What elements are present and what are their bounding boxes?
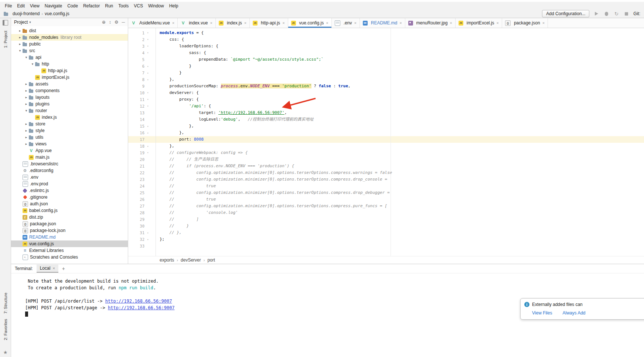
editor-tab-http-api.js[interactable]: http-api.js× bbox=[250, 18, 288, 28]
tree-item-package.json[interactable]: package.json bbox=[11, 220, 128, 227]
close-icon[interactable]: × bbox=[172, 21, 174, 25]
line-number[interactable]: 10 bbox=[128, 91, 144, 95]
new-terminal-icon[interactable]: + bbox=[62, 266, 65, 272]
menu-item-help[interactable]: Help bbox=[167, 3, 181, 9]
code-breadcrumb-port[interactable]: port bbox=[207, 257, 215, 263]
close-icon[interactable]: × bbox=[450, 21, 452, 25]
chevron-right-icon[interactable]: ▸ bbox=[24, 95, 29, 99]
line-number[interactable]: 14 bbox=[128, 117, 144, 122]
fold-open-icon[interactable]: ▾ bbox=[144, 45, 151, 48]
tree-item-http-api.js[interactable]: http-api.js bbox=[11, 67, 128, 74]
menu-item-navigate[interactable]: Navigate bbox=[42, 3, 65, 9]
fold-close-icon[interactable]: ▴ bbox=[144, 65, 151, 68]
tree-item-layouts[interactable]: ▸layouts bbox=[11, 94, 128, 101]
code-breadcrumb-exports[interactable]: exports bbox=[160, 257, 174, 263]
menu-item-run[interactable]: Run bbox=[102, 3, 116, 9]
line-number[interactable]: 30 bbox=[128, 224, 144, 228]
tree-item-.eslintrc.js[interactable]: .eslintrc.js bbox=[11, 187, 128, 194]
tree-item-.env.prod[interactable]: .env.prod bbox=[11, 181, 128, 187]
close-icon[interactable]: × bbox=[244, 21, 246, 25]
fold-open-icon[interactable]: ▾ bbox=[144, 31, 151, 34]
code-editor[interactable]: 1▾2▾3▾4▾56▴7▴8▴910▾11▾12▾131415▴16▴1718▴… bbox=[128, 28, 644, 256]
fold-close-icon[interactable]: ▴ bbox=[144, 71, 151, 74]
tree-item-src[interactable]: ▾src bbox=[11, 47, 128, 54]
expand-collapse-icon[interactable]: ↕ bbox=[109, 20, 111, 25]
line-number[interactable]: 6 bbox=[128, 64, 144, 68]
line-number[interactable]: 24 bbox=[128, 184, 144, 188]
favorites-star-icon[interactable]: ★ bbox=[3, 350, 8, 355]
tree-item-public[interactable]: ▸public bbox=[11, 41, 128, 47]
editor-tab-readme.md[interactable]: README.md× bbox=[360, 18, 405, 28]
line-number[interactable]: 28 bbox=[128, 211, 144, 215]
breadcrumb-item-duoji-frontend[interactable]: duoji-frontend bbox=[13, 11, 40, 16]
chevron-right-icon[interactable]: ▸ bbox=[24, 142, 29, 146]
tree-item-index.js[interactable]: index.js bbox=[11, 114, 128, 121]
chevron-right-icon[interactable]: ▸ bbox=[24, 135, 29, 139]
line-number[interactable]: 20 bbox=[128, 157, 144, 162]
tree-item-vue.config.js[interactable]: vue.config.js bbox=[11, 240, 128, 247]
fold-close-icon[interactable]: ▴ bbox=[144, 238, 151, 241]
fold-open-icon[interactable]: ▾ bbox=[144, 105, 151, 108]
fold-close-icon[interactable]: ▴ bbox=[144, 145, 151, 148]
tree-item-.editorconfig[interactable]: .editorconfig bbox=[11, 167, 128, 174]
menu-item-file[interactable]: File bbox=[2, 3, 14, 9]
tree-item-router[interactable]: ▾router bbox=[11, 107, 128, 114]
menu-item-vcs[interactable]: VCS bbox=[131, 3, 146, 9]
line-number[interactable]: 7 bbox=[128, 71, 144, 75]
line-number[interactable]: 33 bbox=[128, 244, 144, 248]
fold-close-icon[interactable]: ▴ bbox=[144, 78, 151, 81]
tree-item-package-lock.json[interactable]: package-lock.json bbox=[11, 227, 128, 234]
tree-item-plugins[interactable]: ▸plugins bbox=[11, 101, 128, 107]
tool-window-button-2-favorites[interactable]: 2: Favorites bbox=[3, 319, 8, 340]
tree-item-scratches-and-consoles[interactable]: Scratches and Consoles bbox=[11, 254, 128, 260]
tree-item-auth.json[interactable]: auth.json bbox=[11, 201, 128, 207]
line-number[interactable]: 11 bbox=[128, 97, 144, 102]
locate-file-icon[interactable]: ⊕ bbox=[102, 20, 106, 25]
menu-item-view[interactable]: View bbox=[27, 3, 42, 9]
project-tool-window-icon[interactable] bbox=[3, 20, 8, 26]
project-panel-title[interactable]: Project bbox=[14, 20, 28, 25]
close-icon[interactable]: × bbox=[399, 21, 402, 25]
terminal-tab-local[interactable]: Local × bbox=[37, 265, 58, 273]
line-number[interactable]: 27 bbox=[128, 204, 144, 208]
tree-item-readme.md[interactable]: README.md bbox=[11, 234, 128, 240]
close-icon[interactable]: × bbox=[282, 21, 284, 25]
view-files-link[interactable]: View Files bbox=[532, 310, 552, 316]
menu-item-window[interactable]: Window bbox=[146, 3, 167, 9]
chevron-down-icon[interactable]: ▾ bbox=[30, 62, 35, 66]
close-icon[interactable]: × bbox=[326, 21, 328, 25]
chevron-right-icon[interactable]: ▸ bbox=[24, 122, 29, 126]
code-breadcrumb-devserver[interactable]: devServer bbox=[181, 257, 201, 263]
line-number[interactable]: 16 bbox=[128, 131, 144, 135]
menu-item-refactor[interactable]: Refactor bbox=[81, 3, 102, 9]
line-number[interactable]: 29 bbox=[128, 217, 144, 222]
breadcrumb-item-vue.config.js[interactable]: vue.config.js bbox=[45, 11, 69, 16]
line-number[interactable]: 23 bbox=[128, 177, 144, 182]
line-number[interactable]: 21 bbox=[128, 164, 144, 168]
rerun-icon[interactable]: ↻ bbox=[613, 11, 619, 17]
tree-item-views[interactable]: ▸views bbox=[11, 141, 128, 147]
close-icon[interactable]: × bbox=[52, 266, 55, 270]
fold-close-icon[interactable]: ▴ bbox=[144, 125, 151, 128]
chevron-down-icon[interactable]: ▾ bbox=[24, 109, 29, 112]
line-number[interactable]: 19 bbox=[128, 151, 144, 155]
tree-item-dist[interactable]: ▸dist bbox=[11, 27, 128, 34]
close-icon[interactable]: × bbox=[496, 21, 498, 25]
fold-open-icon[interactable]: ▾ bbox=[144, 38, 151, 41]
chevron-right-icon[interactable]: ▸ bbox=[17, 42, 23, 46]
line-number[interactable]: 9 bbox=[128, 84, 144, 88]
run-icon[interactable] bbox=[593, 11, 599, 17]
tree-item-dist.zip[interactable]: dist.zip bbox=[11, 214, 128, 220]
fold-open-icon[interactable]: ▾ bbox=[144, 51, 151, 54]
tree-item-style[interactable]: ▸style bbox=[11, 127, 128, 134]
tree-item-utils[interactable]: ▸utils bbox=[11, 134, 128, 141]
tree-item-main.js[interactable]: main.js bbox=[11, 154, 128, 161]
fold-close-icon[interactable]: ▴ bbox=[144, 131, 151, 134]
editor-tab-importexcel.js[interactable]: importExcel.js× bbox=[456, 18, 502, 28]
editor-tab-.env[interactable]: .env× bbox=[332, 18, 360, 28]
tree-item-babel.config.js[interactable]: babel.config.js bbox=[11, 207, 128, 214]
tree-item-assets[interactable]: ▸assets bbox=[11, 81, 128, 87]
line-number[interactable]: 31 bbox=[128, 230, 144, 235]
tree-item-external-libraries[interactable]: External Libraries bbox=[11, 247, 128, 254]
chevron-right-icon[interactable]: ▸ bbox=[24, 89, 29, 92]
